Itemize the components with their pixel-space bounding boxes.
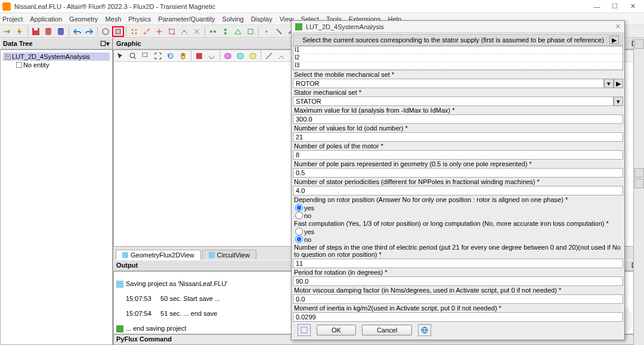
gv-zoom-icon[interactable] — [127, 51, 139, 61]
tool-arrow-icon[interactable] — [1, 26, 13, 37]
input-stator-set[interactable] — [293, 97, 614, 106]
gv-rotate-icon[interactable] — [165, 51, 177, 61]
macro-dialog: LUT_2D_4SystemAnalysis ✕ Select the curr… — [291, 20, 625, 340]
tool-sp3-icon[interactable] — [153, 26, 165, 37]
menu-solving[interactable]: Solving — [222, 15, 244, 23]
menu-project[interactable]: Project — [2, 15, 23, 23]
log-save-icon — [116, 281, 123, 288]
tool-redo-icon[interactable] — [83, 26, 95, 37]
svg-point-6 — [116, 30, 120, 33]
menu-geometry[interactable]: Geometry — [69, 15, 98, 23]
rb-icon[interactable] — [634, 168, 644, 178]
menu-paramquantity[interactable]: Parameter/Quantity — [158, 15, 215, 23]
gv-arc-icon[interactable] — [275, 51, 287, 61]
input-steps[interactable] — [293, 259, 623, 268]
gv-zoomwin-icon[interactable] — [140, 51, 151, 61]
tool-v1-icon[interactable] — [207, 26, 219, 37]
svg-point-18 — [210, 30, 212, 33]
dialog-close-icon[interactable]: ✕ — [615, 23, 621, 30]
gv-line-icon[interactable] — [263, 51, 275, 61]
radio-fast-yes[interactable] — [295, 228, 303, 235]
tree-root-item[interactable]: − LUT_2D_4SystemAnalysis — [3, 52, 110, 61]
rb-icon[interactable] — [634, 39, 644, 49]
tool-lightning-icon[interactable] — [14, 26, 26, 37]
gv-save-icon[interactable] — [193, 51, 205, 61]
svg-point-10 — [135, 32, 137, 34]
radio-fast-no[interactable] — [295, 235, 303, 243]
tool-v3-icon[interactable] — [232, 26, 244, 37]
rb-icon[interactable] — [634, 179, 644, 188]
dialog-help-icon[interactable] — [298, 324, 311, 336]
svg-point-21 — [224, 32, 227, 35]
input-rotation-period[interactable] — [293, 276, 623, 286]
tool-sp2-icon[interactable] — [141, 26, 153, 37]
tool-m1-icon[interactable] — [261, 26, 273, 37]
gv-hand-icon[interactable] — [177, 51, 189, 61]
dropdown-icon[interactable]: ▾ — [604, 79, 614, 88]
prompt-go-icon[interactable]: ▶ — [609, 36, 619, 44]
tab-geometry-view[interactable]: GeometryFlux2DView — [116, 250, 201, 260]
svg-point-4 — [103, 29, 109, 35]
svg-rect-28 — [143, 53, 147, 57]
tree-expander-icon[interactable]: − — [5, 54, 11, 60]
label-periodicities: Number of stator periodicities (differen… — [293, 178, 623, 186]
ok-button[interactable]: OK — [317, 325, 356, 335]
input-idmax[interactable] — [293, 114, 623, 124]
titlebar: NissanLeaf.FLU - Altair® Flux® 2022.3 - … — [0, 0, 644, 13]
gv-cursor-icon[interactable] — [114, 51, 126, 61]
gv-box2-icon[interactable] — [234, 51, 246, 61]
gv-fit-icon[interactable] — [152, 51, 164, 61]
menu-display[interactable]: Display — [251, 15, 273, 23]
input-inertia[interactable] — [293, 312, 623, 322]
tool-purple1-icon[interactable] — [100, 26, 112, 37]
dropdown-icon[interactable]: ▾ — [614, 97, 623, 106]
tool-sp4-icon[interactable] — [166, 26, 178, 37]
tool-m2-icon[interactable] — [273, 26, 285, 37]
svg-rect-14 — [169, 29, 174, 34]
input-periodicities[interactable] — [293, 186, 623, 195]
label-idmax: Maximum value for Id (analysis from -IdM… — [293, 106, 623, 114]
list-item[interactable]: I1 — [293, 46, 623, 54]
input-polepairs[interactable] — [293, 168, 623, 178]
tool-sp6-icon[interactable] — [191, 26, 203, 37]
tool-sp1-icon[interactable] — [128, 26, 140, 37]
menu-physics[interactable]: Physics — [128, 15, 151, 23]
gv-box3-icon[interactable] — [247, 51, 259, 61]
label-depends-rotor: Depending on rotor position (Answer No f… — [293, 195, 623, 204]
maximize-button[interactable]: ☐ — [606, 1, 624, 12]
go-icon[interactable]: ▶ — [614, 79, 623, 88]
gv-refresh-icon[interactable] — [206, 51, 218, 61]
menu-application[interactable]: Application — [30, 15, 62, 23]
tab-icon — [122, 252, 128, 258]
tool-highlighted-macro-icon[interactable] — [112, 26, 124, 37]
radio-depends-no[interactable] — [295, 212, 303, 219]
close-button[interactable]: ✕ — [624, 1, 642, 12]
input-poles[interactable] — [293, 150, 623, 160]
panel-dropdown-icon[interactable]: ☐▾ — [100, 40, 110, 48]
menu-mesh[interactable]: Mesh — [105, 15, 121, 23]
gv-box1-icon[interactable] — [222, 51, 234, 61]
list-item[interactable]: I2 — [293, 54, 623, 62]
tool-db1-icon[interactable] — [42, 26, 54, 37]
tab-circuit-view[interactable]: CircuitView — [202, 250, 256, 260]
data-tree[interactable]: − LUT_2D_4SystemAnalysis No entity — [0, 49, 113, 345]
tool-db2-icon[interactable] — [55, 26, 67, 37]
input-mobile-set[interactable] — [293, 79, 604, 88]
svg-point-9 — [132, 32, 134, 34]
input-nvalues[interactable] — [293, 132, 623, 142]
label-stator-set: Stator mechanical set * — [293, 88, 623, 97]
tool-v2-icon[interactable] — [219, 26, 231, 37]
input-damping[interactable] — [293, 294, 623, 304]
tool-undo-icon[interactable] — [71, 26, 83, 37]
tree-child-item[interactable]: No entity — [3, 61, 110, 69]
svg-point-15 — [169, 28, 171, 30]
list-item[interactable]: I3 — [293, 62, 623, 70]
dialog-globe-icon[interactable] — [418, 324, 431, 336]
tool-v4-icon[interactable] — [244, 26, 256, 37]
current-source-list[interactable]: I1 I2 I3 — [293, 46, 623, 70]
cancel-button[interactable]: Cancel — [362, 325, 412, 335]
tool-sp5-icon[interactable] — [178, 26, 190, 37]
tool-save-icon[interactable] — [30, 26, 42, 37]
radio-depends-yes[interactable] — [295, 204, 303, 212]
minimize-button[interactable]: — — [588, 1, 606, 12]
